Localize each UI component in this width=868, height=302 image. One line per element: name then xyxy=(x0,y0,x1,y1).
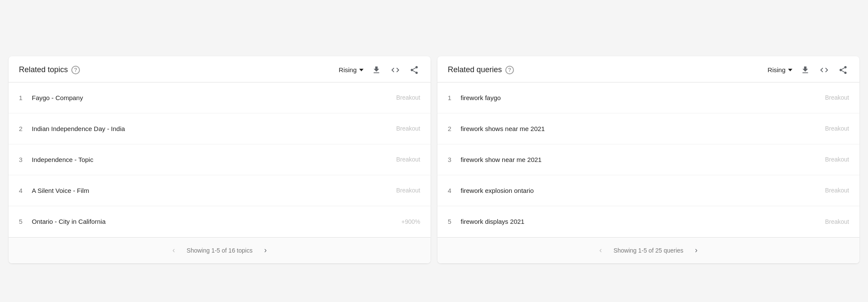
list-item[interactable]: 5Ontario - City in California+900% xyxy=(9,206,431,237)
item-rank: 1 xyxy=(448,94,461,101)
list-item[interactable]: 4A Silent Voice - FilmBreakout xyxy=(9,175,431,206)
item-badge: Breakout xyxy=(396,156,420,163)
chevron-down-icon xyxy=(359,69,364,71)
embed-icon[interactable] xyxy=(818,64,830,76)
related-queries-controls: Rising xyxy=(767,64,849,76)
item-rank: 5 xyxy=(448,218,461,225)
rising-dropdown[interactable]: Rising xyxy=(767,66,792,73)
rising-dropdown[interactable]: Rising xyxy=(339,66,364,73)
item-badge: Breakout xyxy=(396,187,420,194)
related-topics-header: Related topics?Rising xyxy=(9,56,431,82)
related-queries-list: 1firework faygoBreakout2firework shows n… xyxy=(437,82,859,237)
related-queries-title: Related queries xyxy=(448,65,502,74)
help-icon[interactable]: ? xyxy=(71,66,80,74)
item-badge: Breakout xyxy=(396,125,420,132)
panels-container: Related topics?Rising1Faygo - CompanyBre… xyxy=(9,56,859,263)
item-badge: Breakout xyxy=(396,94,420,101)
item-label: Independence - Topic xyxy=(32,156,396,163)
related-topics-controls: Rising xyxy=(339,64,420,76)
related-topics-footer: ‹Showing 1-5 of 16 topics› xyxy=(9,237,431,263)
prev-page-button: ‹ xyxy=(168,244,180,256)
help-icon[interactable]: ? xyxy=(505,66,514,74)
item-rank: 4 xyxy=(448,187,461,194)
list-item[interactable]: 2Indian Independence Day - IndiaBreakout xyxy=(9,113,431,144)
item-label: firework faygo xyxy=(461,94,825,101)
share-icon[interactable] xyxy=(837,64,849,76)
related-topics-list: 1Faygo - CompanyBreakout2Indian Independ… xyxy=(9,82,431,237)
related-topics-title-group: Related topics? xyxy=(19,65,80,74)
item-label: Indian Independence Day - India xyxy=(32,125,396,132)
prev-page-button: ‹ xyxy=(595,244,607,256)
list-item[interactable]: 3firework show near me 2021Breakout xyxy=(437,144,859,175)
list-item[interactable]: 2firework shows near me 2021Breakout xyxy=(437,113,859,144)
item-label: A Silent Voice - Film xyxy=(32,187,396,194)
item-label: Ontario - City in California xyxy=(32,218,401,225)
rising-label: Rising xyxy=(767,66,785,73)
related-topics-title: Related topics xyxy=(19,65,68,74)
list-item[interactable]: 1firework faygoBreakout xyxy=(437,82,859,113)
embed-icon[interactable] xyxy=(389,64,401,76)
item-badge: Breakout xyxy=(825,94,849,101)
item-badge: Breakout xyxy=(825,218,849,225)
item-badge: Breakout xyxy=(825,156,849,163)
related-queries-title-group: Related queries? xyxy=(448,65,514,74)
related-queries-header: Related queries?Rising xyxy=(437,56,859,82)
item-rank: 2 xyxy=(19,125,32,132)
rising-label: Rising xyxy=(339,66,357,73)
item-badge: Breakout xyxy=(825,187,849,194)
item-badge: +900% xyxy=(401,218,420,225)
list-item[interactable]: 4firework explosion ontarioBreakout xyxy=(437,175,859,206)
list-item[interactable]: 5firework displays 2021Breakout xyxy=(437,206,859,237)
list-item[interactable]: 1Faygo - CompanyBreakout xyxy=(9,82,431,113)
item-rank: 1 xyxy=(19,94,32,101)
list-item[interactable]: 3Independence - TopicBreakout xyxy=(9,144,431,175)
item-label: Faygo - Company xyxy=(32,94,396,101)
item-badge: Breakout xyxy=(825,125,849,132)
next-page-button[interactable]: › xyxy=(260,244,272,256)
item-rank: 4 xyxy=(19,187,32,194)
panel-related-queries: Related queries?Rising1firework faygoBre… xyxy=(437,56,859,263)
item-label: firework shows near me 2021 xyxy=(461,125,825,132)
chevron-down-icon xyxy=(788,69,792,71)
panel-related-topics: Related topics?Rising1Faygo - CompanyBre… xyxy=(9,56,431,263)
download-icon[interactable] xyxy=(799,64,811,76)
related-queries-footer: ‹Showing 1-5 of 25 queries› xyxy=(437,237,859,263)
item-label: firework displays 2021 xyxy=(461,218,825,225)
share-icon[interactable] xyxy=(408,64,420,76)
pagination-text: Showing 1-5 of 25 queries xyxy=(614,247,684,254)
next-page-button[interactable]: › xyxy=(690,244,702,256)
pagination-text: Showing 1-5 of 16 topics xyxy=(186,247,252,254)
item-rank: 2 xyxy=(448,125,461,132)
download-icon[interactable] xyxy=(370,64,382,76)
item-label: firework explosion ontario xyxy=(461,187,825,194)
item-label: firework show near me 2021 xyxy=(461,156,825,163)
item-rank: 5 xyxy=(19,218,32,225)
item-rank: 3 xyxy=(448,156,461,163)
item-rank: 3 xyxy=(19,156,32,163)
